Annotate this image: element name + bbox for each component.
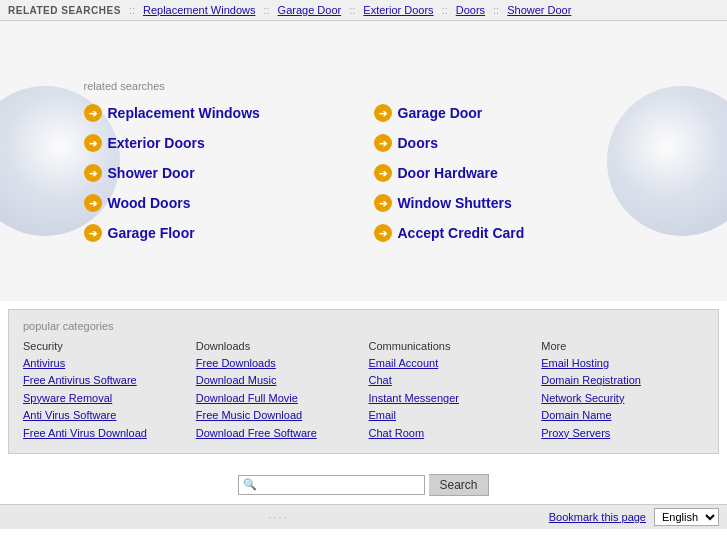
- arrow-icon-5: ➔: [374, 164, 392, 182]
- separator-5: ::: [493, 4, 499, 16]
- search-icon: 🔍: [243, 478, 257, 491]
- search-link-item-0: ➔ Replacement Windows: [84, 104, 354, 122]
- topnav-link-exterior-doors[interactable]: Exterior Doors: [363, 4, 433, 16]
- topnav-link-replacement-windows[interactable]: Replacement Windows: [143, 4, 256, 16]
- arrow-icon-7: ➔: [374, 194, 392, 212]
- cat-link-domain-reg[interactable]: Domain Registration: [541, 373, 704, 388]
- search-link-item-6: ➔ Wood Doors: [84, 194, 354, 212]
- arrow-icon-3: ➔: [374, 134, 392, 152]
- cat-link-free-antivirus[interactable]: Free Antivirus Software: [23, 373, 186, 388]
- separator-3: ::: [349, 4, 355, 16]
- status-bar: ···· Bookmark this page English: [0, 504, 727, 529]
- search-link-accept-credit-card[interactable]: Accept Credit Card: [398, 225, 525, 241]
- cat-link-download-software[interactable]: Download Free Software: [196, 426, 359, 441]
- search-link-item-1: ➔ Garage Door: [374, 104, 644, 122]
- search-input[interactable]: [260, 478, 420, 492]
- search-button[interactable]: Search: [429, 474, 488, 496]
- search-link-doors[interactable]: Doors: [398, 135, 438, 151]
- arrow-icon-2: ➔: [84, 134, 102, 152]
- topnav-link-doors[interactable]: Doors: [456, 4, 485, 16]
- separator-4: ::: [442, 4, 448, 16]
- dots-center: ····: [268, 511, 288, 523]
- search-link-replacement-windows[interactable]: Replacement Windows: [108, 105, 260, 121]
- cat-link-free-downloads[interactable]: Free Downloads: [196, 356, 359, 371]
- cat-title-downloads: Downloads: [196, 340, 359, 352]
- category-col-downloads: Downloads Free Downloads Download Music …: [196, 340, 359, 443]
- category-col-security: Security Antivirus Free Antivirus Softwa…: [23, 340, 186, 443]
- cat-link-download-movie[interactable]: Download Full Movie: [196, 391, 359, 406]
- cat-title-communications: Communications: [369, 340, 532, 352]
- cat-link-antivirus[interactable]: Antivirus: [23, 356, 186, 371]
- related-label: related searches: [64, 80, 664, 92]
- popular-section: popular categories Security Antivirus Fr…: [8, 309, 719, 454]
- topnav-link-shower-door[interactable]: Shower Door: [507, 4, 571, 16]
- search-link-item-4: ➔ Shower Door: [84, 164, 354, 182]
- arrow-icon-0: ➔: [84, 104, 102, 122]
- arrow-icon-9: ➔: [374, 224, 392, 242]
- related-searches-container: related searches ➔ Replacement Windows ➔…: [64, 70, 664, 252]
- search-link-window-shutters[interactable]: Window Shutters: [398, 195, 512, 211]
- search-link-item-5: ➔ Door Hardware: [374, 164, 644, 182]
- arrow-icon-8: ➔: [84, 224, 102, 242]
- category-col-more: More Email Hosting Domain Registration N…: [541, 340, 704, 443]
- cat-link-free-antivirus-download[interactable]: Free Anti Virus Download: [23, 426, 186, 441]
- cat-link-domain-name[interactable]: Domain Name: [541, 408, 704, 423]
- cat-link-email-account[interactable]: Email Account: [369, 356, 532, 371]
- separator-1: ::: [129, 4, 135, 16]
- search-link-door-hardware[interactable]: Door Hardware: [398, 165, 498, 181]
- cat-link-spyware[interactable]: Spyware Removal: [23, 391, 186, 406]
- bookmark-link[interactable]: Bookmark this page: [549, 511, 646, 523]
- search-link-wood-doors[interactable]: Wood Doors: [108, 195, 191, 211]
- separator-2: ::: [263, 4, 269, 16]
- search-form: 🔍 Search: [238, 474, 488, 496]
- cat-link-email[interactable]: Email: [369, 408, 532, 423]
- search-links-grid: ➔ Replacement Windows ➔ Garage Door ➔ Ex…: [64, 104, 664, 242]
- search-link-item-8: ➔ Garage Floor: [84, 224, 354, 242]
- cat-link-instant-messenger[interactable]: Instant Messenger: [369, 391, 532, 406]
- cat-link-chat-room[interactable]: Chat Room: [369, 426, 532, 441]
- category-col-communications: Communications Email Account Chat Instan…: [369, 340, 532, 443]
- cat-link-network-security[interactable]: Network Security: [541, 391, 704, 406]
- arrow-icon-1: ➔: [374, 104, 392, 122]
- cat-link-download-music[interactable]: Download Music: [196, 373, 359, 388]
- search-input-wrap: 🔍: [238, 475, 425, 495]
- related-searches-label: RELATED SEARCHES: [8, 5, 121, 16]
- search-link-item-7: ➔ Window Shutters: [374, 194, 644, 212]
- categories-grid: Security Antivirus Free Antivirus Softwa…: [23, 340, 704, 443]
- popular-label: popular categories: [23, 320, 704, 332]
- cat-link-free-music[interactable]: Free Music Download: [196, 408, 359, 423]
- search-link-item-3: ➔ Doors: [374, 134, 644, 152]
- cat-link-email-hosting[interactable]: Email Hosting: [541, 356, 704, 371]
- cat-link-antivirus-software[interactable]: Anti Virus Software: [23, 408, 186, 423]
- top-nav: RELATED SEARCHES :: Replacement Windows …: [0, 0, 727, 21]
- search-link-item-2: ➔ Exterior Doors: [84, 134, 354, 152]
- search-link-garage-floor[interactable]: Garage Floor: [108, 225, 195, 241]
- main-content: related searches ➔ Replacement Windows ➔…: [0, 21, 727, 301]
- cat-title-more: More: [541, 340, 704, 352]
- search-link-exterior-doors[interactable]: Exterior Doors: [108, 135, 205, 151]
- cat-link-proxy-servers[interactable]: Proxy Servers: [541, 426, 704, 441]
- cat-title-security: Security: [23, 340, 186, 352]
- arrow-icon-4: ➔: [84, 164, 102, 182]
- search-link-garage-door[interactable]: Garage Door: [398, 105, 483, 121]
- search-link-shower-door[interactable]: Shower Door: [108, 165, 195, 181]
- arrow-icon-6: ➔: [84, 194, 102, 212]
- status-right: Bookmark this page English: [549, 508, 719, 526]
- search-bar-section: 🔍 Search: [0, 462, 727, 504]
- topnav-link-garage-door[interactable]: Garage Door: [278, 4, 342, 16]
- cat-link-chat[interactable]: Chat: [369, 373, 532, 388]
- language-select[interactable]: English: [654, 508, 719, 526]
- search-link-item-9: ➔ Accept Credit Card: [374, 224, 644, 242]
